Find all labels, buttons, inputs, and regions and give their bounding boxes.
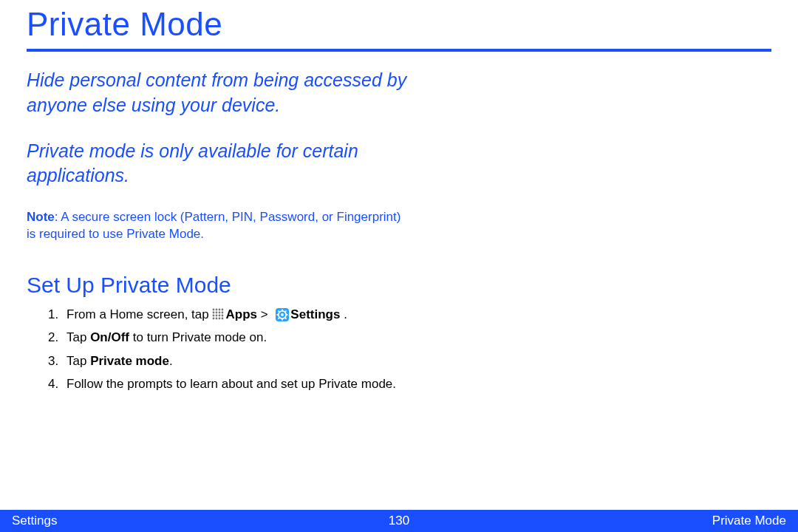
step-3-post: . [169,354,173,368]
step-2-bold: On/Off [90,330,129,344]
svg-line-23 [279,310,280,312]
step-1-apps-label: Apps [225,307,257,321]
section-heading: Set Up Private Mode [27,273,771,298]
step-1-gt: > [257,307,271,321]
step-1-pre: From a Home screen, tap [66,307,212,321]
apps-grid-icon [212,307,224,318]
note-text: : A secure screen lock (Pattern, PIN, Pa… [27,210,400,241]
svg-point-8 [213,314,215,316]
page-title: Private Mode [27,0,771,52]
document-page: Private Mode Hide personal content from … [0,0,798,532]
svg-point-18 [281,313,284,316]
page-footer: Settings 130 Private Mode [0,510,798,532]
settings-gear-icon [276,308,289,321]
svg-point-0 [213,308,215,310]
svg-point-12 [213,317,215,319]
footer-section-name: Settings [12,514,57,528]
steps-list: From a Home screen, tap Apps > Settings … [27,305,440,394]
svg-point-9 [216,314,218,316]
svg-point-13 [216,317,218,319]
step-3-bold: Private mode [90,354,169,368]
step-1-post: . [340,307,347,321]
intro-paragraph-1: Hide personal content from being accesse… [27,68,411,118]
svg-point-5 [216,311,218,313]
svg-point-6 [219,311,221,313]
svg-line-26 [279,318,280,319]
step-3: Tap Private mode. [62,352,440,371]
svg-point-1 [216,308,218,310]
step-3-pre: Tap [66,354,90,368]
step-1: From a Home screen, tap Apps > Settings … [62,305,440,324]
step-2: Tap On/Off to turn Private mode on. [62,328,440,347]
footer-page-number: 130 [389,514,409,528]
svg-point-7 [222,311,224,313]
step-1-settings-label: Settings [290,307,340,321]
svg-point-15 [222,317,224,319]
svg-line-25 [285,310,287,312]
step-2-post: to turn Private mode on. [129,330,267,344]
step-2-pre: Tap [66,330,90,344]
svg-point-11 [222,314,224,316]
svg-point-14 [219,317,221,319]
footer-topic-name: Private Mode [712,514,786,528]
note-paragraph: Note: A secure screen lock (Pattern, PIN… [27,209,411,243]
svg-point-10 [219,314,221,316]
svg-point-4 [213,311,215,313]
intro-paragraph-2: Private mode is only available for certa… [27,139,411,189]
svg-point-3 [222,308,224,310]
step-4: Follow the prompts to learn about and se… [62,375,440,394]
svg-point-2 [219,308,221,310]
note-label: Note [27,210,55,224]
svg-line-24 [285,318,287,319]
